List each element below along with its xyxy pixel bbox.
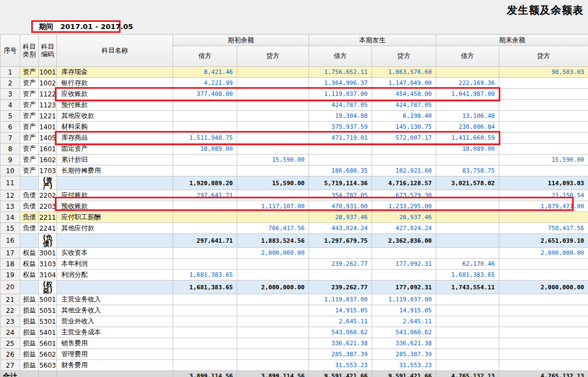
category-cell[interactable] — [20, 176, 39, 190]
value-cell[interactable]: 15,590.00 — [237, 155, 309, 165]
seq-cell[interactable]: 9 — [1, 155, 20, 165]
value-cell[interactable] — [237, 144, 309, 155]
value-cell[interactable] — [237, 212, 309, 223]
value-cell[interactable]: 1,756,652.11 — [309, 67, 372, 78]
value-cell[interactable]: 31,553.23 — [372, 360, 436, 371]
table-row[interactable]: 8资产1601固定资产18,089.0018,089.00 — [1, 144, 588, 155]
value-cell[interactable]: 336,621.38 — [309, 338, 372, 349]
value-cell[interactable]: 336,621.38 — [372, 338, 436, 349]
code-cell[interactable]: 3001 — [39, 248, 57, 259]
value-cell[interactable]: 1,119,037.00 — [309, 294, 372, 305]
name-cell[interactable]: 其他应付款 — [57, 223, 173, 234]
value-cell[interactable] — [237, 305, 309, 316]
name-cell[interactable]: 利润分配 — [57, 270, 173, 281]
period-value[interactable]: 2017.01 - 2017.05 — [60, 22, 133, 31]
value-cell[interactable]: 572,007.17 — [372, 133, 436, 144]
value-cell[interactable]: 2,000,000.00 — [237, 281, 309, 294]
value-cell[interactable] — [173, 349, 237, 360]
code-cell[interactable]: 1405 — [39, 133, 57, 144]
value-cell[interactable] — [436, 349, 499, 360]
category-cell[interactable]: 损益 — [20, 349, 39, 360]
value-cell[interactable] — [173, 294, 237, 305]
value-cell[interactable] — [499, 349, 588, 360]
table-row[interactable]: 18权益3103本年利润239,262.77177,092.3162,170.4… — [1, 259, 588, 270]
code-cell[interactable]: 1601 — [39, 144, 57, 155]
table-row[interactable]: 4资产1123预付账款424,787.05424,787.05 — [1, 100, 588, 111]
value-cell[interactable] — [436, 100, 499, 111]
value-cell[interactable] — [237, 349, 309, 360]
value-cell[interactable] — [173, 305, 237, 316]
category-cell[interactable]: 资产 — [20, 100, 39, 111]
table-row[interactable]: 27损益5603财务费用31,553.2331,553.23 — [1, 360, 588, 371]
subtotal-label-cell[interactable]: (资产) — [39, 176, 57, 190]
name-cell[interactable]: 其他应收款 — [57, 111, 173, 122]
code-cell[interactable]: 5001 — [39, 294, 57, 305]
value-cell[interactable] — [309, 248, 372, 259]
name-cell[interactable]: 本年利润 — [57, 259, 173, 270]
code-cell[interactable]: 1602 — [39, 155, 57, 165]
value-cell[interactable] — [173, 201, 237, 212]
table-row[interactable]: 5资产1221其他应收款19,304.886,198.4013,106.48 — [1, 111, 588, 122]
value-cell[interactable] — [237, 89, 309, 100]
code-cell[interactable]: 1221 — [39, 111, 57, 122]
value-cell[interactable]: 177,092.31 — [372, 259, 436, 270]
value-cell[interactable] — [436, 67, 499, 78]
value-cell[interactable]: 186,680.35 — [309, 165, 372, 176]
seq-cell[interactable]: 21 — [1, 294, 20, 305]
period-filter[interactable]: 期间 2017.01 - 2017.05 — [31, 20, 121, 33]
value-cell[interactable]: 2,651,039.10 — [499, 234, 588, 248]
value-cell[interactable]: 13,106.48 — [436, 111, 499, 122]
value-cell[interactable] — [499, 360, 588, 371]
value-cell[interactable] — [173, 316, 237, 327]
value-cell[interactable]: 8,421.46 — [173, 67, 237, 78]
seq-cell[interactable]: 7 — [1, 133, 20, 144]
value-cell[interactable] — [237, 270, 309, 281]
code-cell[interactable]: 1122 — [39, 89, 57, 100]
value-cell[interactable] — [237, 122, 309, 133]
value-cell[interactable] — [436, 248, 499, 259]
value-cell[interactable]: 177,092.31 — [372, 281, 436, 294]
value-cell[interactable]: 18,089.00 — [436, 144, 499, 155]
name-cell[interactable]: 库存商品 — [57, 133, 173, 144]
seq-cell[interactable]: 16 — [1, 234, 20, 248]
seq-cell[interactable]: 4 — [1, 100, 20, 111]
value-cell[interactable]: 427,024.24 — [372, 223, 436, 234]
name-cell[interactable]: 长期待摊费用 — [57, 165, 173, 176]
value-cell[interactable]: 6,198.40 — [372, 111, 436, 122]
code-cell[interactable]: 3103 — [39, 259, 57, 270]
value-cell[interactable]: 1,681,383.65 — [173, 281, 237, 294]
value-cell[interactable]: 19,304.88 — [309, 111, 372, 122]
code-cell[interactable]: 5051 — [39, 305, 57, 316]
category-cell[interactable]: 资产 — [20, 122, 39, 133]
value-cell[interactable] — [499, 100, 588, 111]
seq-cell[interactable]: 15 — [1, 223, 20, 234]
value-cell[interactable]: 673,579.30 — [372, 190, 436, 201]
value-cell[interactable]: 750,417.56 — [499, 223, 588, 234]
name-cell[interactable] — [57, 371, 173, 377]
value-cell[interactable] — [237, 100, 309, 111]
seq-cell[interactable]: 24 — [1, 327, 20, 338]
value-cell[interactable]: 2,000,000.00 — [237, 248, 309, 259]
seq-cell[interactable]: 25 — [1, 338, 20, 349]
value-cell[interactable]: 285,387.39 — [309, 349, 372, 360]
value-cell[interactable]: 15,590.00 — [499, 155, 588, 165]
value-cell[interactable] — [499, 338, 588, 349]
value-cell[interactable]: 1,743,554.11 — [436, 281, 499, 294]
category-cell[interactable]: 损益 — [20, 338, 39, 349]
value-cell[interactable] — [372, 155, 436, 165]
table-row[interactable]: 6资产1401材料采购375,937.59145,130.75230,806.8… — [1, 122, 588, 133]
table-row[interactable]: 10资产1703长期待摊费用186,680.35102,921.6083,758… — [1, 165, 588, 176]
value-cell[interactable]: 83,758.75 — [436, 165, 499, 176]
subtotal-row[interactable]: 11(资产)1,920,089.2015,590.005,719,114.364… — [1, 176, 588, 190]
value-cell[interactable]: 98,503.03 — [499, 67, 588, 78]
value-cell[interactable]: 1,883,524.56 — [237, 234, 309, 248]
category-cell[interactable]: 权益 — [20, 248, 39, 259]
value-cell[interactable]: 114,093.03 — [499, 176, 588, 190]
value-cell[interactable]: 239,262.77 — [309, 281, 372, 294]
category-cell[interactable]: 资产 — [20, 67, 39, 78]
value-cell[interactable] — [499, 294, 588, 305]
value-cell[interactable] — [499, 111, 588, 122]
value-cell[interactable]: 2,645.11 — [309, 316, 372, 327]
value-cell[interactable]: 424,787.05 — [309, 100, 372, 111]
seq-cell[interactable]: 14 — [1, 212, 20, 223]
